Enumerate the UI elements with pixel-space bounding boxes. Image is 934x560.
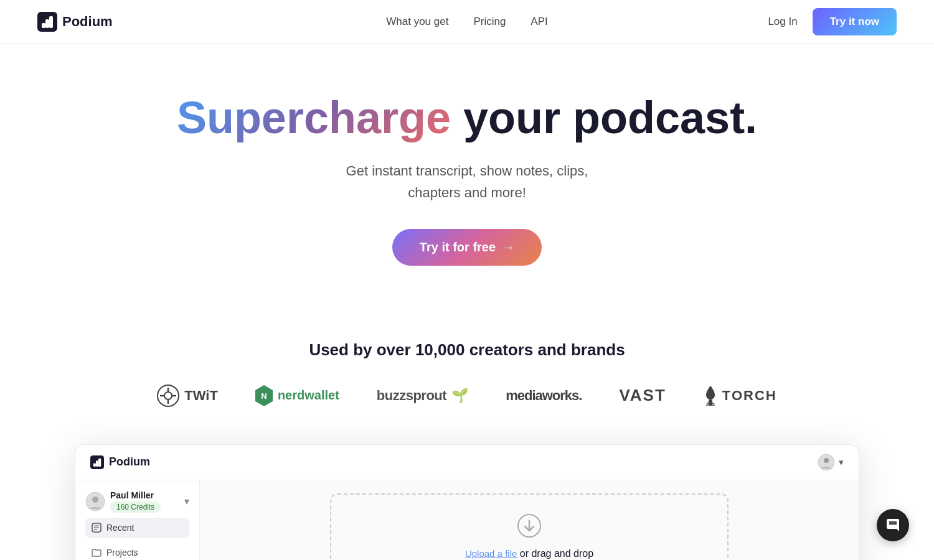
- sidebar-item-recent[interactable]: Recent: [85, 518, 189, 538]
- brand-twit: TWiT: [157, 385, 218, 407]
- preview-user-info: ▾: [818, 454, 844, 471]
- svg-rect-3: [49, 16, 53, 28]
- svg-text:N: N: [261, 391, 267, 401]
- brands-row: TWiT N nerdwallet buzzsprout 🌱 mediawork…: [37, 385, 897, 407]
- chat-icon: [885, 518, 900, 533]
- hero-cta-button[interactable]: Try it for free →: [392, 229, 542, 266]
- sidebar-user-chevron: ▾: [184, 495, 189, 507]
- svg-rect-15: [98, 458, 101, 466]
- cta-arrow-icon: →: [502, 240, 514, 254]
- hero-subtitle: Get instant transcript, show notes, clip…: [37, 160, 897, 203]
- app-preview-section: Podium ▾: [0, 432, 934, 560]
- brand-vast: VAST: [619, 386, 666, 405]
- upload-icon: [517, 513, 542, 538]
- svg-rect-1: [42, 23, 45, 28]
- nav-link-pricing[interactable]: Pricing: [473, 16, 506, 28]
- hero-title-highlight: Supercharge: [177, 93, 451, 142]
- nav-try-button[interactable]: Try it now: [813, 8, 897, 35]
- preview-user-avatar-icon: [818, 454, 835, 471]
- brand-nerdwallet: N nerdwallet: [255, 385, 339, 406]
- hero-title-rest: your podcast.: [451, 93, 757, 142]
- sidebar-user-name: Paul Miller: [110, 490, 161, 500]
- credits-badge: 160 Credits: [110, 502, 161, 513]
- preview-logo-icon: [90, 455, 104, 469]
- preview-chevron-icon: ▾: [839, 457, 844, 468]
- brands-headline: Used by over 10,000 creators and brands: [37, 340, 897, 360]
- preview-main: Upload a file or drag and drop Only .MP3…: [200, 480, 859, 560]
- nav-right: Log In Try it now: [768, 8, 897, 35]
- nav-link-what-you-get[interactable]: What you get: [386, 16, 448, 28]
- brand-mediaworks: mediaworks.: [506, 388, 582, 404]
- brands-section: Used by over 10,000 creators and brands …: [0, 303, 934, 432]
- preview-sidebar: Paul Miller 160 Credits ▾ Recent: [75, 480, 200, 560]
- brand-buzzsprout: buzzsprout 🌱: [377, 388, 468, 404]
- navbar: Podium What you get Pricing API Log In T…: [0, 0, 934, 44]
- hero-title: Supercharge your podcast.: [37, 93, 897, 142]
- svg-rect-13: [93, 463, 96, 467]
- svg-point-19: [92, 497, 98, 503]
- svg-rect-2: [45, 19, 49, 28]
- folder-icon: [92, 548, 101, 558]
- sidebar-user-info[interactable]: Paul Miller 160 Credits ▾: [85, 490, 189, 513]
- brand-torch: TORCH: [704, 386, 777, 406]
- upload-label: Upload a file or drag and drop: [369, 548, 690, 559]
- preview-body: Paul Miller 160 Credits ▾ Recent: [75, 480, 859, 560]
- hero-section: Supercharge your podcast. Get instant tr…: [0, 44, 934, 303]
- svg-point-17: [824, 458, 829, 463]
- nav-logo[interactable]: Podium: [37, 12, 113, 32]
- svg-point-7: [164, 392, 172, 399]
- sidebar-avatar-icon: [85, 492, 105, 511]
- podium-logo-icon: [37, 12, 57, 32]
- sidebar-item-projects[interactable]: Projects: [85, 543, 189, 560]
- svg-rect-14: [96, 460, 98, 467]
- preview-logo: Podium: [90, 455, 150, 469]
- upload-link[interactable]: Upload a file: [465, 548, 517, 559]
- torch-icon: [704, 386, 717, 406]
- upload-dropzone[interactable]: Upload a file or drag and drop Only .MP3…: [330, 493, 729, 560]
- nerdwallet-icon: N: [255, 385, 273, 406]
- login-button[interactable]: Log In: [768, 16, 797, 28]
- nav-links: What you get Pricing API: [386, 16, 548, 28]
- chat-bubble-button[interactable]: [877, 509, 909, 541]
- recent-icon: [92, 523, 101, 533]
- twit-icon: [157, 385, 179, 407]
- preview-header: Podium ▾: [75, 445, 859, 480]
- nav-link-api[interactable]: API: [531, 16, 547, 28]
- preview-window: Podium ▾: [75, 444, 859, 560]
